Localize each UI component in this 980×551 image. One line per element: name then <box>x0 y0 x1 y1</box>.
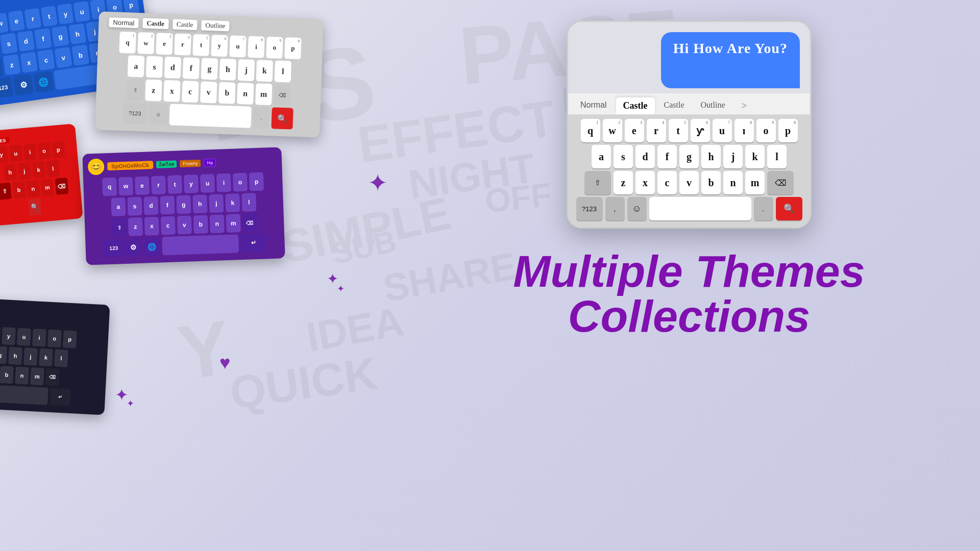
wk-j[interactable]: j <box>238 59 255 81</box>
dk-enter[interactable]: ↵ <box>50 388 71 406</box>
rk-i[interactable]: i <box>23 143 37 161</box>
pk2-h[interactable]: h <box>701 145 721 168</box>
pk-j[interactable]: j <box>209 194 224 213</box>
pk-m[interactable]: m <box>226 214 241 233</box>
key-g[interactable]: g <box>52 26 69 47</box>
pk2-z[interactable]: z <box>614 171 633 194</box>
pk-space[interactable] <box>162 234 239 255</box>
pk2-n[interactable]: n <box>723 171 743 194</box>
pk2-w[interactable]: 2w <box>603 119 622 142</box>
wk-c[interactable]: c <box>182 81 199 103</box>
tab-castle-gothic[interactable]: Castle <box>616 97 655 114</box>
wk-shift[interactable]: ⇧ <box>127 79 143 101</box>
pk-n[interactable]: n <box>210 214 225 233</box>
key-b[interactable]: b <box>71 44 89 66</box>
tab-outline[interactable]: Outline <box>694 97 732 114</box>
rk-y[interactable]: y <box>0 146 8 163</box>
pk-i[interactable]: i <box>216 173 231 192</box>
pk2-comma[interactable]: , <box>605 197 625 220</box>
pk2-f[interactable]: f <box>657 145 677 168</box>
pk-y[interactable]: y <box>184 174 199 193</box>
pk-t[interactable]: t <box>167 175 182 194</box>
rk-n[interactable]: n <box>27 180 40 197</box>
pk-settings[interactable]: ⚙ <box>125 238 142 257</box>
pk2-v[interactable]: v <box>679 171 699 194</box>
key-globe[interactable]: 🌐 <box>33 71 54 93</box>
pk-globe[interactable]: 🌐 <box>143 237 160 256</box>
pk2-p[interactable]: 0p <box>778 119 798 142</box>
dk-b[interactable]: b <box>0 366 14 384</box>
wk-i[interactable]: i8 <box>248 36 264 58</box>
pk2-a[interactable]: a <box>592 145 611 168</box>
pk2-s[interactable]: s <box>614 145 633 168</box>
dk-y[interactable]: y <box>2 327 16 345</box>
pk2-123[interactable]: ?123 <box>576 197 603 220</box>
pk-w[interactable]: w <box>118 177 133 195</box>
wk-e[interactable]: e3 <box>156 33 173 55</box>
pk2-shift[interactable]: ⇧ <box>584 171 611 194</box>
wk-v[interactable]: v <box>200 81 217 103</box>
tab-normal[interactable]: Normal <box>573 97 614 114</box>
wk-s[interactable]: s <box>146 56 163 78</box>
key-h[interactable]: h <box>68 23 86 44</box>
key-settings[interactable]: ⚙ <box>13 74 34 96</box>
wk-u[interactable]: u7 <box>229 35 246 57</box>
pk2-e[interactable]: 3e <box>625 119 644 142</box>
dk-i[interactable]: i <box>32 329 46 346</box>
wk-l[interactable]: l <box>275 60 291 82</box>
pk-x[interactable]: x <box>144 217 159 236</box>
wk-emoji[interactable]: ☺ <box>149 103 168 125</box>
pk-o[interactable]: o <box>233 173 248 192</box>
dk-h[interactable]: h <box>8 347 22 365</box>
dk-p[interactable]: p <box>63 330 77 348</box>
dk-k[interactable]: k <box>39 348 53 366</box>
rk-m[interactable]: m <box>40 179 54 196</box>
pk-d[interactable]: d <box>143 196 158 215</box>
rk-p[interactable]: p <box>52 141 65 158</box>
key-123[interactable]: 123 <box>0 77 14 98</box>
rk-search[interactable]: 🔍 <box>28 198 42 216</box>
pk2-m[interactable]: m <box>745 171 765 194</box>
rk-b[interactable]: b <box>12 181 26 198</box>
wk-m[interactable]: m <box>255 83 272 105</box>
pk-k[interactable]: k <box>225 193 240 212</box>
key-z[interactable]: z <box>3 54 21 76</box>
rk-del[interactable]: ⌫ <box>55 178 68 195</box>
key-v[interactable]: v <box>55 47 72 68</box>
wk-k[interactable]: k <box>256 60 273 82</box>
wk-x[interactable]: x <box>163 80 180 102</box>
pk-g[interactable]: g <box>176 195 191 214</box>
key-t[interactable]: t <box>41 6 58 27</box>
pk-f[interactable]: f <box>160 196 175 215</box>
dk-u[interactable]: u <box>17 328 31 346</box>
wk-r[interactable]: r4 <box>174 34 191 56</box>
wk-f[interactable]: f <box>183 57 200 79</box>
wk-w[interactable]: w2 <box>137 32 154 54</box>
pk-p[interactable]: p <box>249 172 264 191</box>
pk-c[interactable]: c <box>161 216 176 235</box>
pk2-k[interactable]: k <box>745 145 765 168</box>
wk-g[interactable]: g <box>201 58 218 80</box>
wk-z[interactable]: z <box>145 80 162 102</box>
key-u[interactable]: u <box>74 1 90 22</box>
rk-o[interactable]: o <box>37 142 51 160</box>
wk-a[interactable]: a <box>128 55 144 77</box>
dk-t[interactable]: t <box>0 326 1 344</box>
pk-a[interactable]: a <box>111 197 126 216</box>
dk-space[interactable] <box>0 385 48 405</box>
wk-d[interactable]: d <box>164 57 181 79</box>
wk-p[interactable]: p0 <box>284 37 301 59</box>
pk-123[interactable]: 123 <box>104 238 124 257</box>
pk-shift[interactable]: ⇧ <box>112 218 127 237</box>
key-c[interactable]: c <box>37 49 55 71</box>
pk2-b[interactable]: b <box>701 171 721 194</box>
pk2-u[interactable]: 7u <box>713 119 732 142</box>
pk2-d[interactable]: d <box>635 145 655 168</box>
wk-del[interactable]: ⌫ <box>274 84 290 106</box>
tab-more[interactable]: > <box>734 97 754 114</box>
wk-n[interactable]: n <box>237 83 254 105</box>
pk2-j[interactable]: j <box>723 145 743 168</box>
pk2-q[interactable]: 1q <box>581 119 600 142</box>
pk2-emoji[interactable]: ☺ <box>627 197 647 220</box>
pk2-i[interactable]: 8ı <box>734 119 754 142</box>
